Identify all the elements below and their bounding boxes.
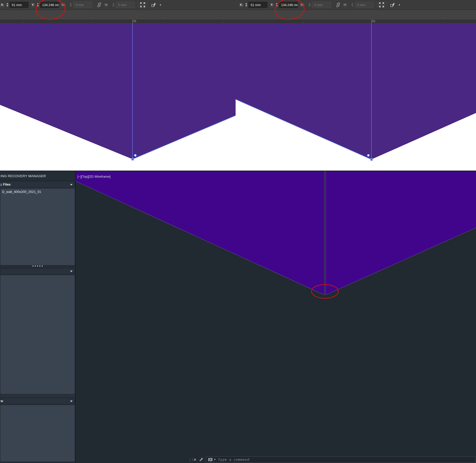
anchor-point-right — [370, 158, 373, 161]
h-stepper — [351, 2, 354, 8]
chevron-down-icon[interactable]: ▾ — [399, 3, 400, 7]
close-icon[interactable]: ✕ — [193, 458, 196, 462]
broken-link-icon[interactable] — [97, 2, 102, 7]
w-stepper — [69, 2, 73, 8]
control-panel-band — [0, 10, 476, 20]
ruler-marker-right: 51 — [371, 20, 372, 23]
chevron-down-icon[interactable]: ▾ — [160, 3, 161, 7]
anchor-ring-right — [367, 154, 370, 157]
chevron-down-icon — [70, 271, 73, 272]
shape-edit-icon[interactable] — [390, 2, 395, 7]
command-bar: ⋮⋮ ✕ Type a command — [188, 456, 476, 463]
ruler-marker-left: 51 — [133, 20, 133, 23]
file-item[interactable]: D_wall_400x200_2021_01 — [2, 190, 41, 194]
chevron-down-icon — [70, 401, 73, 402]
drawing-recovery-panel: ING RECOVERY MANAGER Files D_wall_400x20… — [0, 171, 76, 463]
shape-edit-icon[interactable] — [151, 2, 156, 7]
h-label: H: — [105, 3, 108, 7]
anchor-point-left — [132, 158, 134, 160]
x-stepper[interactable] — [244, 2, 248, 8]
drag-handle[interactable]: ⋮⋮ — [188, 458, 192, 461]
x-label: X: — [240, 3, 243, 7]
panel-title: ING RECOVERY MANAGER — [1, 174, 46, 178]
details-box[interactable] — [0, 275, 75, 394]
x-stepper[interactable] — [6, 2, 9, 8]
properties-toolbar: X: 51 mm Y: 134.246 mr W: 0 mm H: 0 mm ▾ — [0, 0, 476, 10]
wall-shapes-graphic — [0, 23, 476, 171]
y-label: Y: — [31, 3, 35, 7]
preview-box[interactable] — [0, 405, 75, 462]
preview-section-header[interactable]: w — [0, 398, 75, 404]
ruler-marker-label: 51 — [133, 20, 136, 23]
details-section-header[interactable] — [0, 268, 75, 274]
horizontal-ruler[interactable]: 51 51 — [0, 20, 476, 23]
panel-splitter[interactable] — [0, 266, 75, 267]
x-input[interactable]: 51 mm — [10, 2, 28, 8]
command-prompt-icon[interactable] — [208, 458, 212, 461]
files-section-header[interactable]: Files — [0, 181, 75, 188]
anchor-ring-left — [134, 154, 137, 157]
ruler-marker-label: 51 — [372, 20, 375, 23]
w-stepper — [308, 2, 311, 8]
autocad-window: [−][Top][2D Wireframe] ING RECOVERY MANA… — [0, 171, 476, 463]
chevron-down-icon — [70, 184, 73, 186]
chevron-down-icon[interactable] — [214, 459, 216, 460]
transform-controls-group-2: X: 51 mm Y: 134.246 mr W: 0 mm H: 0 mm ▾ — [240, 0, 400, 10]
command-input[interactable]: Type a command — [206, 456, 476, 463]
wrench-icon[interactable] — [199, 457, 203, 462]
files-tree[interactable]: D_wall_400x200_2021_01 — [0, 188, 75, 265]
free-transform-icon[interactable] — [140, 2, 145, 8]
model-viewport[interactable] — [76, 171, 476, 463]
h-input: 0 mm — [355, 2, 374, 8]
transform-controls-group-1: X: 51 mm Y: 134.246 mr W: 0 mm H: 0 mm ▾ — [1, 0, 161, 10]
purple-wall-shape — [0, 23, 476, 159]
x-input[interactable]: 51 mm — [249, 2, 267, 8]
collapsed-splitter[interactable] — [0, 395, 75, 397]
x-label: X: — [1, 3, 4, 7]
divider — [0, 180, 75, 180]
artboard-canvas[interactable] — [0, 23, 476, 171]
screen: X: 51 mm Y: 134.246 mr W: 0 mm H: 0 mm ▾ — [0, 0, 476, 463]
viewport-controls-label[interactable]: [−][Top][2D Wireframe] — [77, 175, 110, 178]
broken-link-icon[interactable] — [336, 2, 341, 7]
h-label: H: — [343, 3, 347, 7]
files-header-label: Files — [3, 183, 11, 186]
clipped-header-label: w — [1, 399, 3, 403]
w-input: 0 mm — [73, 2, 92, 8]
h-input: 0 mm — [116, 2, 135, 8]
command-placeholder: Type a command — [218, 458, 250, 461]
w-input: 0 mm — [312, 2, 331, 8]
folder-icon — [1, 184, 2, 186]
y-label: Y: — [270, 3, 273, 7]
free-transform-icon[interactable] — [379, 2, 384, 8]
h-stepper — [112, 2, 115, 8]
